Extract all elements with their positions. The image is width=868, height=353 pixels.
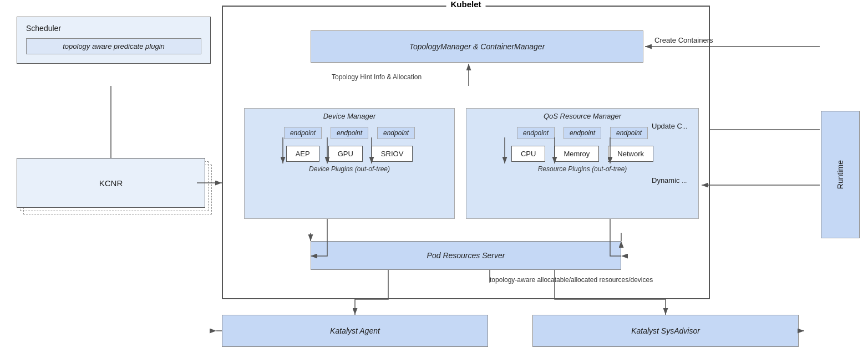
topo-aware-label: topology-aware allocatable/allocated res… [490,276,653,284]
device-endpoints-row: endpoint endpoint endpoint [249,126,450,140]
device-manager-title: Device Manager [245,109,454,122]
pod-resources-box: Pod Resources Server [311,241,621,270]
kcnr-stack: KCNR [17,158,211,222]
kcnr-main: KCNR [17,158,205,208]
device-plugins-label: Device Plugins (out-of-tree) [245,165,454,173]
qos-endpoint-1: endpoint [517,127,555,139]
sriov-box: SRIOV [372,146,413,162]
cpu-box: CPU [511,146,545,162]
aep-box: AEP [286,146,319,162]
network-box: Network [608,146,653,162]
device-endpoint-3: endpoint [377,127,415,139]
scheduler-inner: topology aware predicate plugin [26,38,201,54]
create-containers-label: Create Containers [654,36,713,44]
memroy-box: Memroy [554,146,599,162]
diagram-container: Scheduler topology aware predicate plugi… [0,0,868,353]
resource-plugins-label: Resource Plugins (out-of-tree) [466,165,698,173]
device-endpoint-1: endpoint [284,127,322,139]
topology-hint-label: Topology Hint Info & Allocation [332,73,422,81]
dynamic-label: Dynamic ... [652,176,687,185]
scheduler-box: Scheduler topology aware predicate plugi… [17,17,211,64]
katalyst-agent-label: Katalyst Agent [330,326,380,335]
pod-resources-label: Pod Resources Server [427,251,505,260]
kubelet-title: Kubelet [446,0,485,9]
device-endpoint-2: endpoint [331,127,368,139]
resource-plugins-row: CPU Memroy Network [471,145,694,163]
topology-manager-box: TopologyManager & ContainerManager [311,30,643,63]
qos-endpoint-3: endpoint [610,127,648,139]
gpu-box: GPU [328,146,363,162]
runtime-label: Runtime [836,160,845,189]
device-manager-area: Device Manager endpoint endpoint endpoin… [244,108,455,219]
topology-manager-label: TopologyManager & ContainerManager [409,42,545,51]
kcnr-label: KCNR [99,178,123,188]
update-label: Update C... [652,122,687,130]
katalyst-agent-box: Katalyst Agent [222,315,488,347]
katalyst-sys-box: Katalyst SysAdvisor [532,315,799,347]
device-plugins-row: AEP GPU SRIOV [249,145,450,163]
runtime-box: Runtime [821,111,860,238]
qos-title: QoS Resource Manager [466,109,698,122]
katalyst-sys-label: Katalyst SysAdvisor [631,326,700,335]
qos-endpoint-2: endpoint [564,127,601,139]
scheduler-title: Scheduler [26,24,201,33]
